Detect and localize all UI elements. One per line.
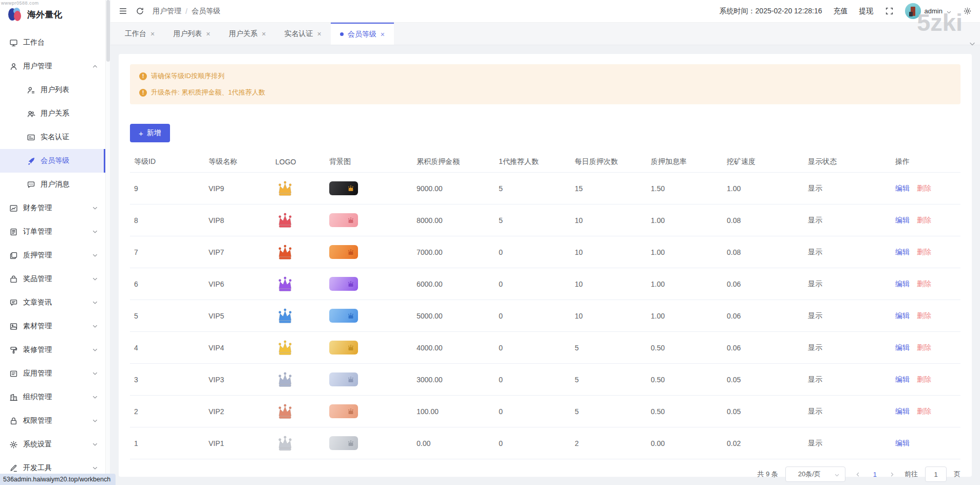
tab-用户关系[interactable]: 用户关系× <box>219 23 275 45</box>
level-id: 8 <box>130 204 204 236</box>
delete-link[interactable]: 删除 <box>917 279 931 288</box>
chevron-up-icon <box>92 63 98 69</box>
close-icon[interactable]: × <box>150 30 155 38</box>
delete-link[interactable]: 删除 <box>917 184 931 192</box>
collapse-menu-icon[interactable] <box>119 7 127 15</box>
settings-gear-icon[interactable] <box>963 7 972 15</box>
bag-icon <box>9 275 18 284</box>
edit-link[interactable]: 编辑 <box>895 184 910 192</box>
pledge-amount: 9000.00 <box>412 173 495 204</box>
sidebar-item-实名认证[interactable]: 实名认证 <box>0 125 105 149</box>
tab-用户列表[interactable]: 用户列表× <box>164 23 219 45</box>
level-id: 6 <box>130 268 204 300</box>
chevron-down-icon <box>92 370 98 377</box>
level-name: VIP4 <box>204 332 271 364</box>
delete-link[interactable]: 删除 <box>917 216 931 224</box>
sidebar-item-素材管理[interactable]: 素材管理 <box>0 314 105 338</box>
goto-page-input[interactable] <box>925 467 947 482</box>
edit-link[interactable]: 编辑 <box>895 311 910 320</box>
edit-link[interactable]: 编辑 <box>895 248 910 256</box>
tab-会员等级[interactable]: 会员等级× <box>331 23 394 45</box>
sidebar-item-label: 应用管理 <box>23 369 92 378</box>
sidebar: 海外量化 工作台用户管理用户列表用户关系实名认证会员等级用户消息财务管理订单管理… <box>0 0 105 485</box>
daily-pledge-count: 10 <box>571 236 647 268</box>
sidebar-menu: 工作台用户管理用户列表用户关系实名认证会员等级用户消息财务管理订单管理质押管理奖… <box>0 29 105 480</box>
sidebar-item-财务管理[interactable]: 财务管理 <box>0 196 105 220</box>
sidebar-item-文章资讯[interactable]: 文章资讯 <box>0 291 105 314</box>
add-button[interactable]: + 新增 <box>130 124 170 142</box>
daily-pledge-count: 15 <box>571 173 647 204</box>
crown-logo-icon <box>275 371 321 388</box>
sidebar-item-权限管理[interactable]: 权限管理 <box>0 409 105 433</box>
sidebar-item-组织管理[interactable]: 组织管理 <box>0 385 105 409</box>
delete-link[interactable]: 删除 <box>917 343 931 351</box>
sidebar-item-用户管理[interactable]: 用户管理 <box>0 54 105 78</box>
content: ! 请确保等级ID按顺序排列 ! 升级条件: 累积质押金额、1代推荐人数 + 新… <box>110 46 980 485</box>
tab-label: 工作台 <box>125 29 146 39</box>
display-status: 显示 <box>804 173 891 204</box>
member-level-table: 等级ID等级名称LOGO背景图累积质押金额1代推荐人数每日质押次数质押加息率挖矿… <box>130 152 960 459</box>
monitor-icon <box>9 39 18 47</box>
sidebar-scrollbar[interactable] <box>105 0 110 485</box>
sidebar-item-工作台[interactable]: 工作台 <box>0 31 105 54</box>
close-icon[interactable]: × <box>317 30 322 38</box>
sidebar-item-用户列表[interactable]: 用户列表 <box>0 78 105 102</box>
table-row: 5VIP55000.000101.000.06显示编辑删除 <box>130 300 960 332</box>
sidebar-item-用户消息[interactable]: 用户消息 <box>0 173 105 196</box>
goto-label: 前往 <box>904 470 918 479</box>
close-icon[interactable]: × <box>206 30 210 38</box>
sidebar-item-会员等级[interactable]: 会员等级 <box>0 149 105 173</box>
edit-link[interactable]: 编辑 <box>895 375 910 383</box>
mining-speed: 1.00 <box>723 173 804 204</box>
building-icon <box>9 393 18 402</box>
interest-rate: 1.50 <box>647 173 723 204</box>
page-size-select[interactable]: 20条/页 <box>785 467 845 482</box>
edit-link[interactable]: 编辑 <box>895 279 910 288</box>
sidebar-item-label: 实名认证 <box>41 133 98 142</box>
level-name: VIP1 <box>204 427 271 459</box>
edit-link[interactable]: 编辑 <box>895 216 910 224</box>
chevron-down-icon <box>92 347 98 353</box>
delete-link[interactable]: 删除 <box>917 375 931 383</box>
close-icon[interactable]: × <box>261 30 266 38</box>
delete-link[interactable]: 删除 <box>917 407 931 415</box>
recharge-button[interactable]: 充值 <box>834 7 848 16</box>
sidebar-item-质押管理[interactable]: 质押管理 <box>0 244 105 267</box>
level-id: 1 <box>130 427 204 459</box>
next-page-button[interactable] <box>886 469 897 480</box>
fullscreen-icon[interactable] <box>885 7 894 15</box>
current-page[interactable]: 1 <box>871 471 879 478</box>
column-header: 操作 <box>891 152 960 173</box>
withdraw-button[interactable]: 提现 <box>859 7 874 16</box>
close-icon[interactable]: × <box>381 30 385 39</box>
delete-link[interactable]: 删除 <box>917 248 931 256</box>
edit-link[interactable]: 编辑 <box>895 343 910 351</box>
chevron-down-icon <box>92 441 98 447</box>
chevron-down-icon <box>92 252 98 258</box>
interest-rate: 1.00 <box>647 204 723 236</box>
user-icon <box>9 62 18 71</box>
topbar: 用户管理 / 会员等级 系统时间：2025-02-20 12:28:16 充值 … <box>110 0 980 23</box>
row-actions: 编辑删除 <box>891 173 960 204</box>
tab-label: 用户关系 <box>229 29 257 39</box>
breadcrumb-parent[interactable]: 用户管理 <box>153 7 181 16</box>
sidebar-item-订单管理[interactable]: 订单管理 <box>0 220 105 244</box>
sidebar-item-label: 系统设置 <box>23 440 92 449</box>
background-image <box>329 341 358 355</box>
edit-link[interactable]: 编辑 <box>895 439 910 447</box>
sidebar-item-系统设置[interactable]: 系统设置 <box>0 433 105 456</box>
display-status: 显示 <box>804 396 891 427</box>
sidebar-item-奖品管理[interactable]: 奖品管理 <box>0 267 105 291</box>
tab-工作台[interactable]: 工作台× <box>116 23 164 45</box>
sidebar-item-应用管理[interactable]: 应用管理 <box>0 362 105 385</box>
level-id: 2 <box>130 396 204 427</box>
refresh-icon[interactable] <box>136 7 144 15</box>
image-icon <box>9 322 18 331</box>
sidebar-item-装修管理[interactable]: 装修管理 <box>0 338 105 362</box>
prev-page-button[interactable] <box>853 469 864 480</box>
sidebar-item-用户关系[interactable]: 用户关系 <box>0 102 105 125</box>
edit-link[interactable]: 编辑 <box>895 407 910 415</box>
tab-实名认证[interactable]: 实名认证× <box>275 23 331 45</box>
chevron-down-icon <box>92 323 98 329</box>
delete-link[interactable]: 删除 <box>917 311 931 320</box>
